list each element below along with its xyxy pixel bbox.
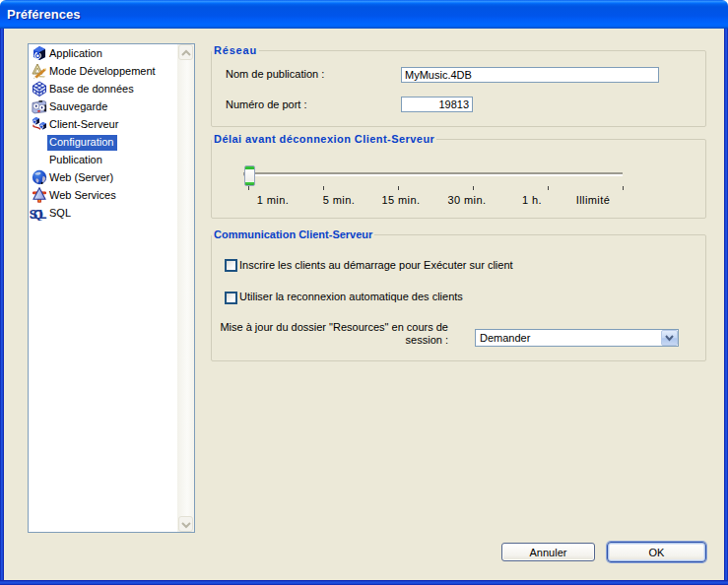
svg-text:SQL: SQL [30, 207, 47, 221]
